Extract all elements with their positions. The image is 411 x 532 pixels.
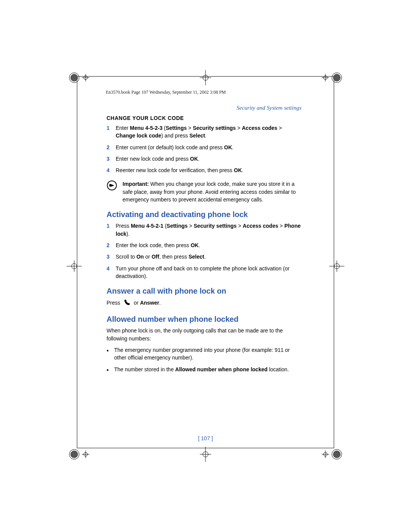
crop-mark-icon <box>200 447 211 462</box>
step-number: 4 <box>107 265 116 272</box>
step-number: 3 <box>107 155 116 163</box>
step-text: Enter the lock code, then press OK. <box>116 241 301 249</box>
step-item: 1Enter Menu 4-5-2-3 (Settings > Security… <box>107 124 301 140</box>
allowed-intro: When phone lock is on, the only outgoing… <box>107 327 301 342</box>
document-page: En3570.book Page 107 Wednesday, Septembe… <box>0 0 411 532</box>
svg-point-9 <box>333 74 341 81</box>
bullet-text: The emergency number programmed into you… <box>114 346 301 362</box>
important-note: Important: When you change your lock cod… <box>107 180 301 203</box>
step-number: 2 <box>107 144 116 151</box>
note-text: Important: When you change your lock cod… <box>123 180 301 203</box>
step-number: 3 <box>107 253 116 260</box>
header-line: En3570.book Page 107 Wednesday, Septembe… <box>106 89 226 95</box>
step-text: Scroll to On or Off, then press Select. <box>116 253 301 260</box>
hand-point-icon <box>107 180 119 193</box>
steps-change-lock-code: 1Enter Menu 4-5-2-3 (Settings > Security… <box>107 124 301 174</box>
steps-activating: 1Press Menu 4-5-2-1 (Settings > Security… <box>107 222 301 280</box>
step-text: Reenter new lock code for verification, … <box>116 166 301 174</box>
step-item: 4Reenter new lock code for verification,… <box>107 166 301 174</box>
crop-mark-icon <box>322 447 344 462</box>
step-item: 3Scroll to On or Off, then press Select. <box>107 253 301 260</box>
svg-point-1 <box>70 74 78 81</box>
bullet-text: The number stored in the Allowed number … <box>114 366 289 373</box>
heading-answer-call: Answer a call with phone lock on <box>107 287 301 296</box>
running-head: Security and System settings <box>107 105 301 111</box>
step-item: 1Press Menu 4-5-2-1 (Settings > Security… <box>107 222 301 238</box>
step-item: 3Enter new lock code and press OK. <box>107 155 301 163</box>
content-area: Security and System settings CHANGE YOUR… <box>107 105 301 378</box>
bullet-item: The number stored in the Allowed number … <box>107 366 301 374</box>
crop-mark-icon <box>67 447 89 462</box>
step-text: Enter current (or default) lock code and… <box>116 144 301 151</box>
svg-point-19 <box>333 451 341 458</box>
heading-allowed-number: Allowed number when phone locked <box>107 315 301 324</box>
step-item: 2Enter the lock code, then press OK. <box>107 241 301 249</box>
bullet-item: The emergency number programmed into you… <box>107 346 301 362</box>
step-number: 4 <box>107 166 116 174</box>
crop-mark-icon <box>67 70 89 85</box>
step-item: 2Enter current (or default) lock code an… <box>107 144 301 151</box>
svg-point-11 <box>70 451 78 458</box>
press-after: or Answer. <box>134 300 161 306</box>
crop-mark-icon <box>200 70 211 85</box>
crop-mark-icon <box>322 70 344 85</box>
press-before: Press <box>107 300 120 306</box>
allowed-bullets: The emergency number programmed into you… <box>107 346 301 374</box>
step-number: 2 <box>107 241 116 249</box>
step-text: Enter new lock code and press OK. <box>116 155 301 163</box>
crop-mark-icon <box>329 260 344 272</box>
answer-instruction: Press or Answer. <box>107 299 301 308</box>
step-text: Turn your phone off and back on to compl… <box>116 265 301 280</box>
step-text: Enter Menu 4-5-2-3 (Settings > Security … <box>116 124 301 140</box>
heading-activating: Activating and deactivating phone lock <box>107 210 301 219</box>
phone-handset-icon <box>123 299 131 308</box>
step-number: 1 <box>107 124 116 132</box>
step-item: 4Turn your phone off and back on to comp… <box>107 265 301 280</box>
step-text: Press Menu 4-5-2-1 (Settings > Security … <box>116 222 301 238</box>
crop-mark-icon <box>67 260 82 272</box>
page-number: [ 107 ] <box>0 435 411 441</box>
step-number: 1 <box>107 222 116 230</box>
heading-change-lock-code: CHANGE YOUR LOCK CODE <box>107 115 301 121</box>
